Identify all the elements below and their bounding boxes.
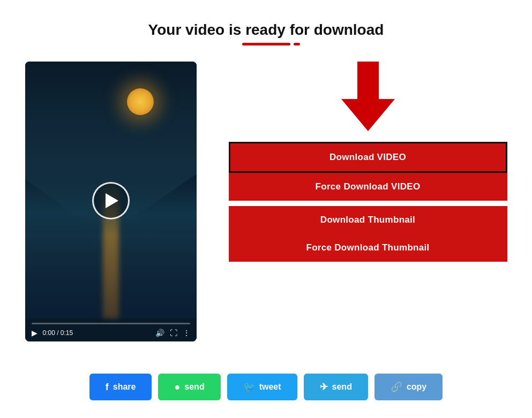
copy-label: copy (407, 382, 426, 392)
more-options-button[interactable]: ⋮ (183, 329, 190, 337)
download-thumbnail-button[interactable]: Download Thumbnail (229, 206, 507, 234)
whatsapp-label: send (184, 382, 204, 392)
title-underline (242, 43, 290, 45)
btn-divider (229, 201, 507, 206)
social-buttons: f share ● send 🐦 tweet ✈ send 🔗 copy (89, 374, 443, 400)
arrow-head (341, 99, 395, 131)
telegram-icon: ✈ (320, 381, 328, 393)
controls-row: ▶ 0:00 / 0:15 🔊 ⛶ ⋮ (32, 329, 190, 337)
volume-button[interactable]: 🔊 (155, 329, 164, 337)
content-area: ▶ 0:00 / 0:15 🔊 ⛶ ⋮ Download VIDEO Force… (25, 62, 507, 341)
force-download-thumbnail-button[interactable]: Force Download Thumbnail (229, 234, 507, 262)
download-buttons: Download VIDEO Force Download VIDEO Down… (229, 142, 507, 262)
right-panel: Download VIDEO Force Download VIDEO Down… (229, 62, 507, 262)
arrow-shaft (357, 62, 379, 99)
telegram-label: send (332, 382, 352, 392)
video-controls: ▶ 0:00 / 0:15 🔊 ⛶ ⋮ (25, 318, 197, 341)
tweet-label: tweet (259, 382, 281, 392)
copy-button[interactable]: 🔗 copy (374, 374, 443, 400)
down-arrow (341, 62, 395, 131)
video-player: ▶ 0:00 / 0:15 🔊 ⛶ ⋮ (25, 62, 197, 341)
send-telegram-button[interactable]: ✈ send (304, 374, 368, 400)
share-facebook-button[interactable]: f share (89, 374, 152, 400)
twitter-icon: 🐦 (243, 381, 255, 393)
play-icon (106, 193, 118, 208)
play-pause-button[interactable]: ▶ (32, 329, 38, 337)
time-display: 0:00 / 0:15 (43, 329, 150, 337)
force-download-video-button[interactable]: Force Download VIDEO (229, 173, 507, 201)
play-button[interactable] (92, 182, 130, 219)
page-title: Your video is ready for download (148, 21, 384, 39)
download-video-button[interactable]: Download VIDEO (229, 142, 507, 173)
moon-decoration (127, 88, 154, 115)
fullscreen-button[interactable]: ⛶ (170, 329, 177, 337)
video-thumbnail (25, 62, 197, 318)
copy-icon: 🔗 (391, 381, 402, 393)
send-whatsapp-button[interactable]: ● send (158, 374, 220, 400)
facebook-icon: f (106, 382, 109, 393)
whatsapp-icon: ● (174, 382, 180, 393)
progress-bar[interactable] (32, 323, 190, 324)
tweet-button[interactable]: 🐦 tweet (227, 374, 297, 400)
share-label: share (113, 382, 136, 392)
